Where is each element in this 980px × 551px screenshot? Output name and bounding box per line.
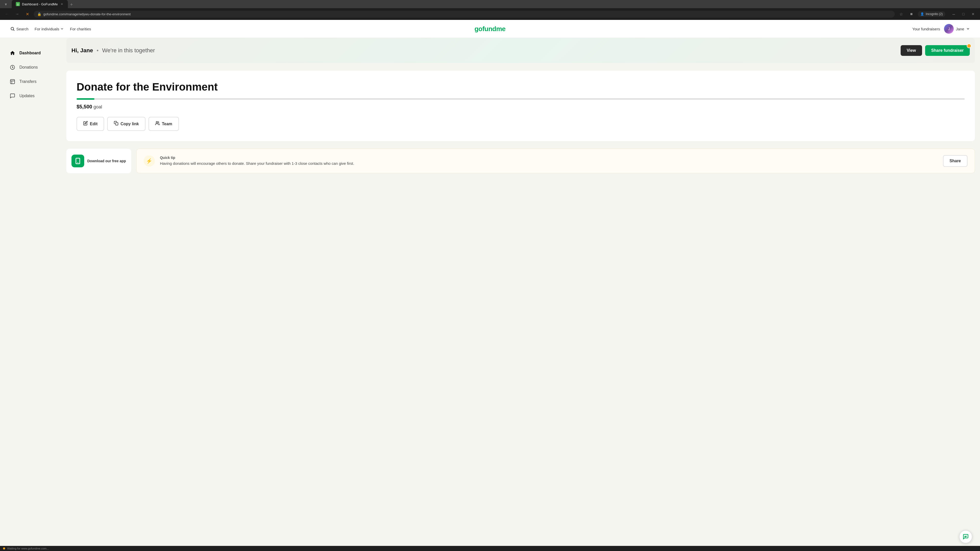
edit-icon [83, 121, 88, 127]
tab-close-button[interactable]: ✕ [60, 2, 64, 6]
app-download[interactable]: Download our free app [66, 149, 131, 173]
search-link[interactable]: Search [10, 27, 29, 31]
transfers-icon [9, 78, 16, 85]
sidebar-item-transfers[interactable]: Transfers [2, 75, 59, 89]
sidebar-item-updates[interactable]: Updates [2, 89, 59, 103]
incognito-label: Incognito (2) [926, 12, 943, 16]
sidebar-dashboard-label: Dashboard [19, 51, 41, 56]
action-buttons: Edit Copy link [76, 117, 965, 131]
user-name: Jane [956, 27, 964, 31]
logo-center: gofundme [474, 25, 506, 33]
svg-point-3 [12, 67, 13, 68]
user-menu[interactable]: J Jane [944, 24, 970, 34]
address-bar: ← → ✕ 🔒 gofundme.com/manage/wdywu-donate… [0, 8, 980, 20]
site-logo[interactable]: gofundme [474, 25, 506, 33]
goal-amount: $5,500 [76, 104, 92, 110]
incognito-button[interactable]: 👤 Incognito (2) [918, 11, 945, 17]
user-chevron-down-icon [966, 27, 970, 30]
copy-link-button[interactable]: Copy link [107, 117, 145, 131]
your-fundraisers-link[interactable]: Your fundraisers [912, 27, 940, 31]
app-icon [72, 155, 84, 167]
share-fundraiser-button[interactable]: Share fundraiser [925, 45, 970, 56]
new-tab-button[interactable]: + [68, 1, 75, 8]
page-wrapper: Search For individuals For charities gof… [0, 20, 980, 551]
incognito-icon: 👤 [920, 12, 924, 16]
donations-icon [9, 64, 16, 71]
url-bar[interactable]: 🔒 gofundme.com/manage/wdywu-donate-for-t… [34, 11, 895, 17]
greeting-text: Hi, Jane • We're in this together [72, 47, 155, 54]
status-message: Waiting for www.gofundme.com... [7, 547, 49, 550]
main-layout: Dashboard Donations [0, 38, 980, 551]
for-individuals-label: For individuals [35, 27, 59, 31]
user-avatar: J [944, 24, 954, 34]
for-individuals-dropdown[interactable]: For individuals [35, 27, 64, 31]
status-loading-dot [3, 548, 5, 549]
fundraiser-card: Donate for the Environment $5,500 goal [66, 71, 975, 141]
team-button[interactable]: Team [148, 117, 179, 131]
close-button[interactable]: ✕ [969, 10, 977, 18]
search-icon [10, 27, 15, 31]
edit-label: Edit [90, 122, 97, 126]
svg-rect-5 [116, 123, 118, 125]
goal-label: goal [94, 104, 102, 110]
status-bar: Waiting for www.gofundme.com... [0, 546, 980, 551]
chat-button[interactable] [959, 530, 972, 543]
edit-button[interactable]: Edit [76, 117, 104, 131]
share-fundraiser-label: Share fundraiser [931, 48, 964, 52]
sidebar-item-dashboard[interactable]: Dashboard [2, 46, 59, 60]
updates-icon [9, 93, 16, 99]
sidebar-transfers-label: Transfers [19, 79, 37, 84]
active-tab[interactable]: g Dashboard - GoFundMe ✕ [12, 0, 68, 8]
for-charities-link[interactable]: For charities [70, 27, 91, 31]
tip-content: Quick tip Having donations will encourag… [160, 156, 938, 167]
chevron-down-icon [60, 27, 64, 30]
maximize-button[interactable]: □ [959, 10, 967, 18]
greeting-dot: • [97, 47, 99, 54]
nav-right: Your fundraisers J Jane [912, 24, 970, 34]
quick-tip-card: ⚡ Quick tip Having donations will encour… [136, 149, 975, 173]
goal-text: $5,500 goal [76, 104, 965, 110]
tip-text: Having donations will encourage others t… [160, 161, 938, 167]
header-actions: View Share fundraiser [900, 45, 970, 56]
progress-bar-container [76, 98, 965, 100]
sidebar-button[interactable]: ■ [907, 10, 915, 18]
sidebar-updates-label: Updates [19, 94, 35, 98]
fundraiser-title: Donate for the Environment [76, 81, 965, 93]
tab-favicon: g [16, 2, 20, 6]
tip-icon: ⚡ [144, 156, 155, 167]
tip-label: Quick tip [160, 156, 938, 160]
greeting-name: Hi, Jane [72, 47, 93, 54]
back-button[interactable]: ← [3, 10, 11, 18]
greeting-sub: We're in this together [102, 47, 155, 54]
sidebar-item-donations[interactable]: Donations [2, 60, 59, 74]
sidebar-donations-label: Donations [19, 65, 38, 70]
bottom-section: Download our free app ⚡ Quick tip Having… [66, 149, 975, 173]
browser-chrome: ▼ g Dashboard - GoFundMe ✕ + ← → ✕ 🔒 gof… [0, 0, 980, 20]
minimize-button[interactable]: – [950, 10, 958, 18]
app-download-label: Download our free app [87, 159, 126, 163]
content-area: Hi, Jane • We're in this together View S… [61, 38, 980, 551]
nav-left: Search For individuals For charities [10, 27, 91, 31]
team-icon [155, 121, 160, 127]
forward-button[interactable]: → [13, 10, 21, 18]
copy-link-label: Copy link [121, 122, 139, 126]
site-nav: Search For individuals For charities gof… [0, 20, 980, 38]
progress-bar-fill [76, 98, 94, 100]
svg-point-6 [156, 121, 158, 123]
home-icon [9, 50, 16, 56]
copy-icon [114, 121, 118, 127]
for-charities-label: For charities [70, 27, 91, 31]
tip-share-button[interactable]: Share [943, 155, 967, 167]
tab-bar: ▼ g Dashboard - GoFundMe ✕ + [0, 0, 980, 8]
team-label: Team [162, 122, 172, 126]
lock-icon: 🔒 [37, 12, 41, 16]
reload-button[interactable]: ✕ [24, 10, 31, 18]
bookmark-button[interactable]: ☆ [897, 10, 905, 18]
dashboard-header: Hi, Jane • We're in this together View S… [66, 38, 975, 63]
view-button[interactable]: View [900, 45, 922, 56]
url-text: gofundme.com/manage/wdywu-donate-for-the… [43, 12, 891, 16]
notification-dot [967, 44, 971, 48]
tab-list-button[interactable]: ▼ [2, 0, 10, 8]
svg-line-1 [13, 30, 14, 30]
svg-rect-4 [11, 79, 15, 84]
